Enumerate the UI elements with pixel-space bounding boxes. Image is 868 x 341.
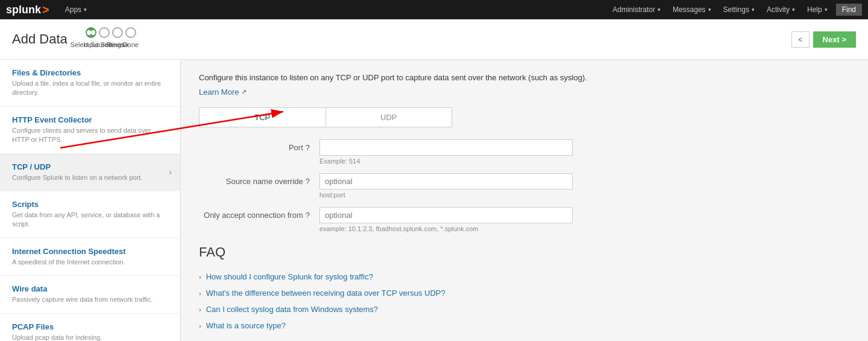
source-input[interactable] <box>319 173 573 190</box>
sidebar-item-scripts[interactable]: Scripts Get data from any API, service, … <box>0 191 180 238</box>
sidebar-item-title-wire: Wire data <box>12 284 168 293</box>
prev-button[interactable]: < <box>791 31 810 48</box>
wizard-steps: Select Source Input Settings Review Done <box>86 27 773 52</box>
sidebar-item-desc-http: Configure clients and servers to send da… <box>12 126 168 145</box>
settings-arrow-icon: ▾ <box>752 7 755 13</box>
wizard-step-select-source: Select Source <box>86 27 96 38</box>
port-input[interactable] <box>319 139 573 156</box>
help-arrow-icon: ▾ <box>825 7 828 13</box>
port-field: Example: 514 <box>319 139 850 165</box>
sidebar-item-desc-speedtest: A speedtest of the Internet connection. <box>12 258 168 267</box>
content-description: Configure this instance to listen on any… <box>199 72 850 84</box>
main-layout: Files & Directories Upload a file, index… <box>0 60 868 341</box>
sidebar-item-title-tcp: TCP / UDP <box>12 162 168 171</box>
nav-activity[interactable]: Activity ▾ <box>761 0 801 19</box>
wizard-buttons: < Next > <box>791 31 856 48</box>
messages-arrow-icon: ▾ <box>708 7 711 13</box>
admin-arrow-icon: ▾ <box>658 7 661 13</box>
nav-messages[interactable]: Messages ▾ <box>667 0 717 19</box>
sidebar-item-title-speedtest: Internet Connection Speedtest <box>12 247 168 256</box>
faq-item-3[interactable]: › Can I collect syslog data from Windows… <box>199 301 850 317</box>
faq-chevron-4-icon: › <box>199 322 201 330</box>
faq-chevron-2-icon: › <box>199 290 201 297</box>
sidebar-item-desc-scripts: Get data from any API, service, or datab… <box>12 211 168 229</box>
wizard-step-input-settings: Input Settings <box>99 27 110 38</box>
port-label: Port ? <box>199 139 319 152</box>
step-circle-1 <box>86 27 96 38</box>
sidebar-item-title-http: HTTP Event Collector <box>12 115 168 124</box>
faq-chevron-1-icon: › <box>199 273 201 281</box>
sidebar-item-title-scripts: Scripts <box>12 200 168 209</box>
learn-more-link[interactable]: Learn More ↗ <box>199 88 247 97</box>
find-button[interactable]: Find <box>836 4 862 16</box>
source-field: host:port <box>319 173 850 199</box>
sidebar-item-http-event[interactable]: HTTP Event Collector Configure clients a… <box>0 107 180 154</box>
nav-administrator[interactable]: Administrator ▾ <box>606 0 667 19</box>
external-link-icon: ↗ <box>241 88 247 96</box>
logo-gt: > <box>42 3 49 17</box>
sidebar-item-desc-wire: Passively capture wire data from network… <box>12 295 168 304</box>
sidebar-item-title-pcap: PCAP Files <box>12 322 168 331</box>
port-row: Port ? Example: 514 <box>199 139 850 165</box>
sidebar: Files & Directories Upload a file, index… <box>0 60 181 341</box>
sidebar-item-speedtest[interactable]: Internet Connection Speedtest A speedtes… <box>0 238 180 276</box>
sidebar-item-desc-tcp: Configure Splunk to listen on a network … <box>12 173 168 182</box>
connection-input[interactable] <box>319 207 573 223</box>
sidebar-item-pcap[interactable]: PCAP Files Upload pcap data for indexing… <box>0 314 180 341</box>
logo-text: splunk <box>6 4 41 16</box>
step-label-4: Done <box>123 41 139 48</box>
source-help-icon[interactable]: ? <box>306 177 310 186</box>
port-help-icon[interactable]: ? <box>306 143 310 152</box>
sidebar-item-desc-pcap: Upload pcap data for indexing. <box>12 333 168 341</box>
faq-item-2[interactable]: › What's the difference between receivin… <box>199 285 850 301</box>
faq-item-4[interactable]: › What is a source type? <box>199 317 850 334</box>
splunk-logo[interactable]: splunk> <box>6 3 49 17</box>
topnav-right-section: Administrator ▾ Messages ▾ Settings ▾ Ac… <box>606 0 862 19</box>
header-bar: Add Data Select Source Input Settings <box>0 19 868 60</box>
port-hint: Example: 514 <box>319 158 850 165</box>
sidebar-item-title-files: Files & Directories <box>12 68 168 77</box>
connection-label: Only accept connection from ? <box>199 207 319 220</box>
page-title: Add Data <box>12 31 68 47</box>
source-row: Source name override ? host:port <box>199 173 850 199</box>
source-hint: host:port <box>319 191 850 199</box>
chevron-right-icon: › <box>169 167 172 177</box>
faq-section: FAQ › How should I configure Splunk for … <box>199 244 850 334</box>
faq-chevron-3-icon: › <box>199 306 201 313</box>
nav-help[interactable]: Help ▾ <box>801 0 834 19</box>
main-content: Configure this instance to listen on any… <box>181 60 868 341</box>
sidebar-item-files-directories[interactable]: Files & Directories Upload a file, index… <box>0 60 180 107</box>
connection-help-icon[interactable]: ? <box>306 211 310 220</box>
faq-item-1[interactable]: › How should I configure Splunk for sysl… <box>199 269 850 285</box>
connection-row: Only accept connection from ? example: 1… <box>199 207 850 232</box>
next-button[interactable]: Next > <box>813 31 856 48</box>
step-circle-3 <box>112 27 123 38</box>
connection-hint: example: 10.1.2.3, fbadhost.splunk.com, … <box>319 225 850 232</box>
sidebar-item-tcp-udp[interactable]: TCP / UDP Configure Splunk to listen on … <box>0 154 180 191</box>
sidebar-item-desc-files: Upload a file, index a local file, or mo… <box>12 79 168 98</box>
step-circle-2 <box>99 27 110 38</box>
udp-button[interactable]: UDP <box>326 108 452 127</box>
form-area: Port ? Example: 514 Source name override… <box>199 139 850 232</box>
wizard-step-review: Review <box>112 27 123 38</box>
connection-field: example: 10.1.2.3, fbadhost.splunk.com, … <box>319 207 850 232</box>
step-circle-4 <box>125 27 136 38</box>
protocol-toggle: TCP UDP <box>199 107 452 127</box>
tcp-button[interactable]: TCP <box>200 108 326 127</box>
faq-title: FAQ <box>199 244 850 260</box>
apps-arrow-icon: ▾ <box>84 7 87 13</box>
nav-apps[interactable]: Apps ▾ <box>59 0 93 19</box>
sidebar-item-wire-data[interactable]: Wire data Passively capture wire data fr… <box>0 276 180 313</box>
nav-settings[interactable]: Settings ▾ <box>717 0 761 19</box>
activity-arrow-icon: ▾ <box>792 7 795 13</box>
source-label: Source name override ? <box>199 173 319 186</box>
wizard-step-done: Done <box>125 27 136 38</box>
top-navigation: splunk> Apps ▾ Administrator ▾ Messages … <box>0 0 868 19</box>
